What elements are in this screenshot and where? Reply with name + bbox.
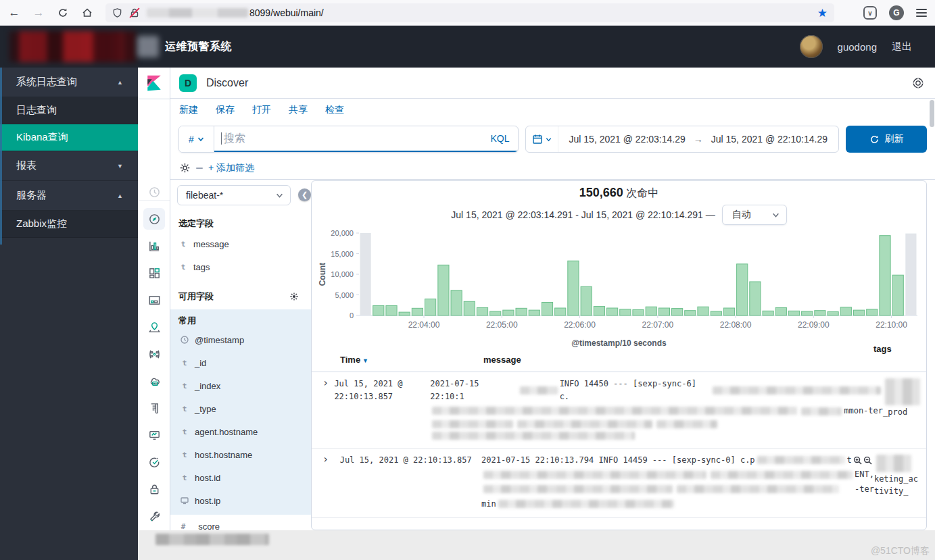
field-item-host.ip[interactable]: host.ip [178,489,311,512]
sidebar-item-3[interactable]: 报表▼ [0,151,138,181]
time-to[interactable]: Jul 15, 2021 @ 22:10:14.29 [711,134,828,145]
histogram-bar[interactable] [412,308,423,315]
histogram-bar[interactable] [581,286,592,315]
field-item-_id[interactable]: t_id [178,351,311,374]
histogram-bar[interactable] [854,310,865,315]
field-item-@timestamp[interactable]: @timestamp [178,328,311,351]
rail-logs-icon[interactable] [143,397,165,419]
rail-visualize-chart-icon[interactable] [143,235,165,257]
column-header-message[interactable]: message [483,355,873,365]
field-item-tags[interactable]: ttags [177,255,311,278]
histogram-bar[interactable] [763,311,773,315]
field-item-host.id[interactable]: thost.id [178,466,311,489]
rail-machine-learning-icon[interactable] [143,343,165,365]
rail-maps-pin-icon[interactable] [143,316,165,338]
histogram-bar[interactable] [464,301,475,315]
histogram-bar[interactable] [607,308,618,315]
histogram-bar[interactable] [425,299,436,315]
rail-dashboard-icon[interactable] [143,262,165,284]
expand-row-icon[interactable]: › [322,377,329,389]
histogram-bar[interactable] [516,308,527,315]
rail-discover-compass-icon[interactable] [143,208,165,230]
rail-metrics-icon[interactable] [143,370,165,392]
menu-link-1[interactable]: 保存 [216,104,235,116]
histogram-bar[interactable] [658,308,669,315]
histogram-bar[interactable] [490,311,501,315]
histogram-bar[interactable] [815,311,825,315]
histogram-bar[interactable] [568,261,579,315]
account-avatar[interactable]: G [889,5,904,20]
filter-gear-icon[interactable] [179,162,191,174]
histogram-bar[interactable] [451,290,462,315]
add-filter-link[interactable]: + 添加筛选 [208,162,254,174]
histogram-bar[interactable] [737,264,748,315]
rail-dev-tools-wrench-icon[interactable] [143,505,165,527]
field-item-agent.hostname[interactable]: tagent.hostname [178,420,311,443]
histogram-bar[interactable] [867,309,878,315]
collapse-sidebar-button[interactable]: ❮ [298,188,311,201]
histogram-bar[interactable] [750,282,761,315]
table-row[interactable]: ›Jul 15, 2021 @ 22:10:13.8572021-07-15 2… [312,372,926,449]
histogram-bar[interactable] [711,311,721,315]
field-settings-gear-icon[interactable] [289,292,299,301]
histogram-bar[interactable] [802,311,813,315]
datepicker-button[interactable] [526,126,558,152]
menu-link-2[interactable]: 打开 [252,104,271,116]
saved-query-button[interactable]: # [179,126,214,152]
back-arrow-icon[interactable]: ← [4,3,24,22]
histogram-bar[interactable] [698,307,709,315]
sidebar-item-1[interactable]: 日志查询 [0,97,138,124]
kibana-logo[interactable] [145,74,163,92]
field-item-message[interactable]: tmessage [177,232,311,255]
kql-toggle[interactable]: KQL [483,126,518,152]
index-pattern-select[interactable]: filebeat-* [177,185,291,205]
histogram-bar[interactable] [620,309,631,315]
rail-recent-clock-icon[interactable] [143,181,165,203]
home-icon[interactable] [77,3,97,22]
histogram-bar[interactable] [529,310,540,315]
histogram-bar[interactable] [594,307,604,315]
histogram-bar[interactable] [840,307,851,315]
histogram-bar[interactable] [880,236,890,315]
forward-arrow-icon[interactable]: → [28,3,49,22]
sidebar-item-0[interactable]: 系统日志查询▲ [0,68,138,97]
field-item-_type[interactable]: t_type [178,397,311,420]
field-item-host.hostname[interactable]: thost.hostname [178,443,311,466]
histogram-bar[interactable] [542,303,552,316]
sidebar-item-4[interactable]: 服务器▲ [0,181,138,211]
histogram-bar[interactable] [373,305,384,315]
histogram-bar[interactable] [723,308,734,315]
expand-row-icon[interactable]: › [322,453,329,465]
histogram-bar[interactable] [685,311,696,315]
filter-for-value-icon[interactable] [853,456,862,465]
rail-apm-icon[interactable] [143,424,165,446]
refresh-button[interactable]: 刷新 [846,126,927,153]
reload-icon[interactable] [53,3,73,22]
sidebar-item-2[interactable]: Kibana查询 [0,124,138,151]
histogram-bar[interactable] [828,312,838,316]
pocket-icon[interactable]: ∨ [863,6,877,20]
histogram-bar[interactable] [775,307,786,315]
bookmark-star-icon[interactable]: ★ [817,6,828,20]
search-input[interactable]: 搜索 [214,126,483,152]
field-item-_index[interactable]: t_index [178,374,311,397]
histogram-bar[interactable] [633,310,644,316]
time-from[interactable]: Jul 15, 2021 @ 22:03:14.29 [569,134,686,145]
histogram-bar[interactable] [399,312,410,315]
histogram-bar[interactable] [788,311,799,315]
histogram-bar[interactable] [892,275,903,315]
histogram-bar[interactable] [555,308,566,315]
menu-link-3[interactable]: 共享 [289,104,308,116]
histogram-bar[interactable] [646,307,656,315]
url-bar[interactable]: 8099/webui/main/ ★ [105,3,834,22]
histogram-bar[interactable] [503,310,514,315]
menu-link-0[interactable]: 新建 [179,104,198,116]
column-header-time[interactable]: Time▼ [340,355,483,365]
rail-uptime-icon[interactable] [143,451,165,473]
rail-siem-lock-icon[interactable] [143,478,165,500]
interval-select[interactable]: 自动 [722,205,787,225]
user-avatar[interactable] [800,35,823,58]
column-header-tags[interactable]: tags [873,344,926,354]
browser-menu-icon[interactable] [916,9,927,17]
filter-out-value-icon[interactable] [863,456,872,465]
